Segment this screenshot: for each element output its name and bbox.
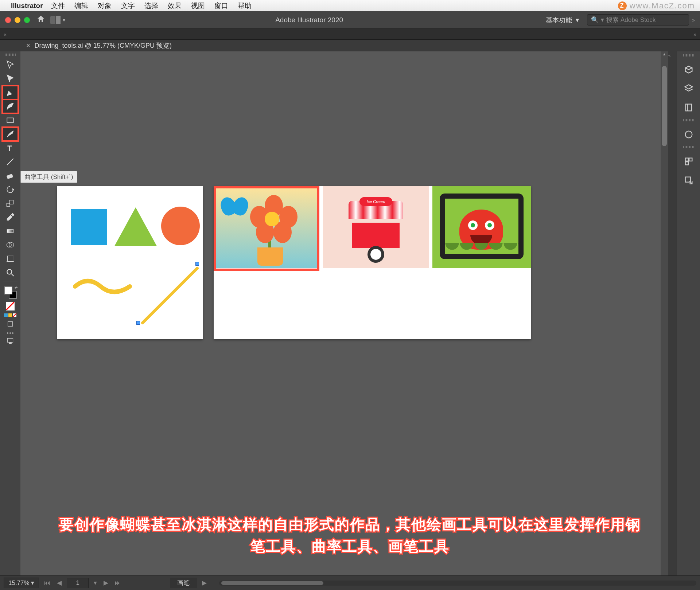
subbar-left-chevron-icon[interactable]: « bbox=[4, 31, 7, 37]
home-icon[interactable] bbox=[36, 15, 45, 26]
type-tool[interactable]: T bbox=[2, 141, 18, 155]
anchor-point-icon[interactable] bbox=[136, 321, 140, 325]
close-window-icon[interactable] bbox=[5, 17, 11, 23]
direct-selection-tool[interactable] bbox=[2, 72, 18, 86]
color-mode-row[interactable] bbox=[4, 313, 16, 317]
svg-rect-20 bbox=[685, 158, 688, 161]
panel-menu-icon[interactable]: ▶ bbox=[201, 579, 208, 587]
menu-type[interactable]: 文字 bbox=[121, 1, 135, 11]
close-tab-icon[interactable]: × bbox=[26, 42, 30, 50]
draw-mode[interactable] bbox=[2, 317, 18, 331]
menu-window[interactable]: 窗口 bbox=[214, 1, 228, 11]
expand-panels-icon[interactable]: « bbox=[668, 51, 669, 58]
svg-rect-0 bbox=[7, 118, 13, 123]
svg-rect-21 bbox=[689, 158, 692, 161]
canvas[interactable]: Ice Cream bbox=[20, 51, 668, 575]
prev-artboard-icon[interactable]: ◀ bbox=[55, 579, 63, 587]
menu-edit[interactable]: 编辑 bbox=[74, 1, 88, 11]
tool-tooltip: 曲率工具 (Shift+`) bbox=[20, 171, 77, 183]
pen-tool[interactable] bbox=[2, 86, 18, 99]
tools-panel: T ⇄ bbox=[0, 51, 20, 575]
scrollbar-thumb[interactable] bbox=[662, 66, 667, 146]
libraries-panel-icon[interactable] bbox=[681, 100, 696, 115]
vertical-scrollbar[interactable]: ▴ bbox=[661, 51, 668, 575]
panel-grip-icon[interactable] bbox=[683, 146, 694, 148]
curvature-tool[interactable] bbox=[2, 99, 18, 113]
app-topbar: ▾ Adobe Illustrator 2020 基本功能 ▾ 🔍 ▾ 搜索 A… bbox=[0, 11, 700, 29]
menu-file[interactable]: 文件 bbox=[51, 1, 65, 11]
selection-tool[interactable] bbox=[2, 58, 18, 72]
paintbrush-tool[interactable] bbox=[2, 127, 18, 141]
tools-grip-icon[interactable] bbox=[5, 54, 16, 56]
search-icon: 🔍 bbox=[591, 16, 599, 24]
green-triangle-shape[interactable] bbox=[114, 207, 157, 246]
scrollbar-thumb[interactable] bbox=[221, 581, 323, 585]
workspace-switcher[interactable]: 基本功能 ▾ bbox=[546, 16, 579, 24]
anchor-point-icon[interactable] bbox=[195, 262, 199, 266]
document-layout-switch[interactable] bbox=[50, 16, 61, 24]
artboard-tool[interactable] bbox=[2, 252, 18, 266]
menu-select[interactable]: 选择 bbox=[144, 1, 158, 11]
screen-mode[interactable] bbox=[2, 334, 18, 348]
layers-panel-icon[interactable] bbox=[681, 81, 696, 96]
document-tab-label: Drawing_tools.ai @ 15.77% (CMYK/GPU 预览) bbox=[35, 41, 172, 50]
status-panel-label[interactable]: 画笔 bbox=[170, 578, 197, 588]
thumb-monster[interactable] bbox=[432, 186, 531, 268]
thumb-flower[interactable] bbox=[214, 186, 319, 268]
eraser-tool[interactable] bbox=[2, 169, 18, 183]
app-name[interactable]: Illustrator bbox=[11, 2, 43, 10]
eyedropper-tool[interactable] bbox=[2, 210, 18, 224]
menu-view[interactable]: 视图 bbox=[191, 1, 205, 11]
first-artboard-icon[interactable]: ⏮ bbox=[43, 579, 52, 587]
yellow-line-shape[interactable] bbox=[137, 263, 203, 328]
line-tool[interactable] bbox=[2, 155, 18, 169]
rotate-tool[interactable] bbox=[2, 183, 18, 196]
scale-tool[interactable] bbox=[2, 196, 18, 210]
minimize-window-icon[interactable] bbox=[15, 17, 20, 23]
subbar-right-chevron-icon[interactable]: » bbox=[693, 31, 696, 37]
control-bar: « » bbox=[0, 29, 700, 40]
thumb-icecream[interactable]: Ice Cream bbox=[323, 186, 429, 268]
menu-object[interactable]: 对象 bbox=[98, 1, 112, 11]
artboards-panel-icon[interactable] bbox=[681, 154, 696, 169]
blue-square-shape[interactable] bbox=[71, 209, 107, 245]
swap-colors-icon[interactable]: ⇄ bbox=[15, 286, 18, 290]
export-panel-icon[interactable] bbox=[681, 173, 696, 188]
horizontal-scrollbar[interactable] bbox=[219, 581, 696, 586]
shape-builder-tool[interactable] bbox=[2, 238, 18, 252]
zoom-level[interactable]: 15.77% ▾ bbox=[4, 578, 39, 588]
collapse-panels-icon[interactable]: » bbox=[692, 17, 695, 23]
gradient-tool[interactable] bbox=[2, 224, 18, 238]
document-tabs: × Drawing_tools.ai @ 15.77% (CMYK/GPU 预览… bbox=[0, 40, 700, 51]
panel-grip-icon[interactable] bbox=[683, 119, 694, 121]
properties-panel-icon[interactable] bbox=[681, 62, 696, 77]
app-title: Adobe Illustrator 2020 bbox=[73, 16, 546, 24]
fill-swatch[interactable] bbox=[4, 286, 12, 294]
chevron-down-icon: ▾ bbox=[576, 16, 579, 24]
subtitle-line2: 笔工具、曲率工具、画笔工具 bbox=[250, 538, 450, 554]
orange-circle-shape[interactable] bbox=[161, 207, 200, 245]
last-artboard-icon[interactable]: ⏭ bbox=[113, 579, 122, 587]
rectangle-tool[interactable] bbox=[2, 113, 18, 127]
watermark-text: www.MacZ.com bbox=[630, 1, 695, 11]
scroll-up-icon[interactable]: ▴ bbox=[661, 51, 668, 56]
menu-help[interactable]: 帮助 bbox=[238, 1, 252, 11]
no-color-swatch[interactable] bbox=[6, 302, 15, 310]
artboard-2: Ice Cream bbox=[214, 186, 531, 339]
layout-dropdown-icon[interactable]: ▾ bbox=[63, 17, 65, 23]
document-tab[interactable]: × Drawing_tools.ai @ 15.77% (CMYK/GPU 预览… bbox=[20, 40, 178, 51]
fill-stroke-swatches[interactable]: ⇄ bbox=[2, 285, 18, 300]
yellow-wave-shape[interactable] bbox=[71, 274, 133, 299]
search-dropdown-icon: ▾ bbox=[601, 16, 604, 24]
status-bar: 15.77% ▾ ⏮ ◀ 1 ▾ ▶ ⏭ 画笔 ▶ bbox=[0, 575, 700, 590]
menu-effect[interactable]: 效果 bbox=[168, 1, 182, 11]
next-artboard-icon[interactable]: ▶ bbox=[102, 579, 110, 587]
artboard-number[interactable]: 1 bbox=[67, 578, 88, 588]
right-panel-strip bbox=[677, 51, 700, 575]
zoom-tool[interactable] bbox=[2, 266, 18, 280]
maximize-window-icon[interactable] bbox=[24, 17, 30, 23]
panel-grip-icon[interactable] bbox=[683, 54, 694, 56]
search-stock-input[interactable]: 🔍 ▾ 搜索 Adobe Stock bbox=[587, 14, 689, 26]
appearance-panel-icon[interactable] bbox=[681, 127, 696, 142]
artboard-dropdown-icon[interactable]: ▾ bbox=[92, 579, 98, 587]
